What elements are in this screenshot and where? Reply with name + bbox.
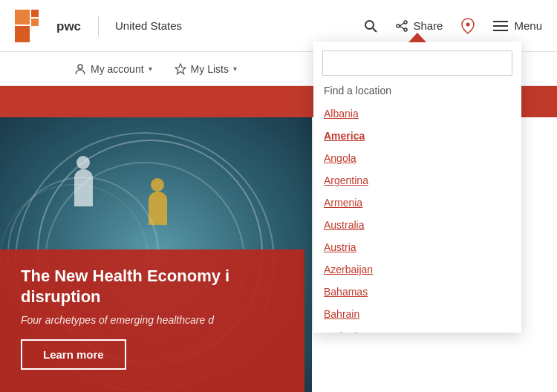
svg-point-13 (466, 22, 470, 26)
hamburger-icon (493, 21, 508, 31)
location-search-input[interactable] (322, 50, 512, 76)
account-chevron-icon: ▾ (149, 65, 152, 73)
location-dropdown: Find a location AlbaniaAmericaAngolaArge… (313, 42, 521, 333)
hero-subtitle: Four archetypes of emerging healthcare d (21, 314, 284, 326)
svg-rect-3 (31, 19, 39, 26)
hero-overlay: The New Health Economy i disruption Four… (0, 249, 304, 392)
menu-label: Menu (514, 19, 542, 32)
my-lists-button[interactable]: My Lists ▾ (175, 63, 237, 75)
svg-line-7 (373, 28, 377, 32)
lists-chevron-icon: ▾ (233, 65, 237, 73)
svg-line-12 (400, 26, 404, 29)
dropdown-arrow (408, 33, 426, 42)
find-location-label: Find a location (313, 82, 521, 102)
hero-image: The New Health Economy i disruption Four… (0, 117, 312, 392)
svg-point-8 (404, 21, 407, 24)
svg-rect-1 (15, 10, 30, 24)
my-account-button[interactable]: My account ▾ (74, 63, 152, 75)
svg-rect-2 (31, 10, 39, 17)
svg-rect-0 (15, 26, 30, 42)
list-item[interactable]: Bahamas (313, 281, 521, 303)
list-item[interactable]: Argentina (313, 169, 521, 192)
location-icon (460, 18, 475, 34)
list-item[interactable]: Austria (313, 236, 521, 258)
country-label: United States (115, 19, 182, 32)
star-icon (175, 63, 186, 75)
logo-area: pwc pwc United States (15, 10, 182, 42)
my-lists-label: My Lists (191, 63, 229, 75)
list-item[interactable]: Barbados (313, 325, 521, 333)
list-item[interactable]: Azerbaijan (313, 258, 521, 281)
search-icon (364, 19, 377, 33)
learn-more-button[interactable]: Learn more (21, 339, 126, 370)
list-item[interactable]: Australia (313, 214, 521, 236)
location-list: AlbaniaAmericaAngolaArgentinaArmeniaAust… (313, 102, 521, 333)
menu-button[interactable]: Menu (493, 19, 542, 32)
my-account-label: My account (91, 63, 144, 75)
dropdown-search-area (313, 42, 521, 82)
list-item[interactable]: Albania (313, 102, 521, 125)
svg-point-14 (78, 65, 82, 69)
svg-line-11 (400, 23, 404, 26)
header-actions: Share Menu (364, 18, 542, 34)
hero-title: The New Health Economy i disruption (21, 266, 284, 308)
svg-text:pwc: pwc (56, 19, 81, 33)
pwc-text-logo: pwc (56, 19, 89, 33)
pwc-logo: pwc (15, 10, 48, 42)
list-item[interactable]: Bahrain (313, 303, 521, 325)
svg-point-9 (404, 28, 407, 31)
search-button[interactable] (364, 19, 377, 33)
svg-point-10 (397, 24, 400, 27)
location-button[interactable] (460, 18, 475, 34)
share-icon (395, 19, 408, 33)
account-icon (74, 63, 86, 75)
svg-marker-15 (175, 64, 186, 74)
list-item[interactable]: America (313, 125, 521, 147)
share-label: Share (413, 19, 443, 32)
list-item[interactable]: Angola (313, 147, 521, 169)
list-item[interactable]: Armenia (313, 192, 521, 214)
svg-point-6 (365, 21, 374, 29)
header-divider (98, 16, 99, 36)
share-button[interactable]: Share (395, 19, 443, 33)
